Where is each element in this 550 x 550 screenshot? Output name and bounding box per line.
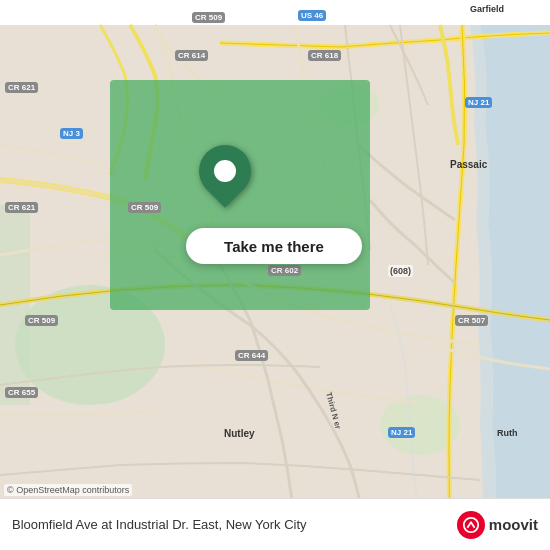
road-label-cr602: CR 602 (268, 265, 301, 276)
road-label-cr509-top: CR 509 (192, 12, 225, 23)
road-label-cr621-tl: CR 621 (5, 82, 38, 93)
bottom-bar: Bloomfield Ave at Industrial Dr. East, N… (0, 498, 550, 550)
road-label-cr655: CR 655 (5, 387, 38, 398)
road-label-cr507: CR 507 (455, 315, 488, 326)
take-me-there-button[interactable]: Take me there (186, 228, 362, 264)
road-label-cr621-ml: CR 621 (5, 202, 38, 213)
ruth-label: Ruth (495, 427, 520, 439)
road-label-cr618: CR 618 (308, 50, 341, 61)
road-label-cr509-mid: CR 509 (128, 202, 161, 213)
location-text: Bloomfield Ave at Industrial Dr. East, N… (12, 517, 449, 532)
nutley-label: Nutley (222, 427, 257, 440)
road-label-us46: US 46 (298, 10, 326, 21)
svg-point-5 (464, 517, 478, 531)
moovit-text: moovit (489, 516, 538, 533)
moovit-logo: moovit (457, 511, 538, 539)
moovit-icon (457, 511, 485, 539)
road-label-608: (608) (388, 265, 413, 277)
passaic-label: Passaic (448, 158, 489, 171)
road-label-nj3: NJ 3 (60, 128, 83, 139)
take-me-there-label: Take me there (224, 238, 324, 255)
road-label-nj21-tr: NJ 21 (465, 97, 492, 108)
garfield-label: Garfield (468, 3, 506, 15)
map-container: CR 509 US 46 CR 614 CR 618 CR 621 NJ 3 N… (0, 0, 550, 550)
road-label-cr614: CR 614 (175, 50, 208, 61)
road-label-nj21-br: NJ 21 (388, 427, 415, 438)
road-label-cr509-bl: CR 509 (25, 315, 58, 326)
road-label-cr644: CR 644 (235, 350, 268, 361)
osm-attribution: © OpenStreetMap contributors (4, 484, 132, 496)
location-pin (199, 145, 251, 197)
